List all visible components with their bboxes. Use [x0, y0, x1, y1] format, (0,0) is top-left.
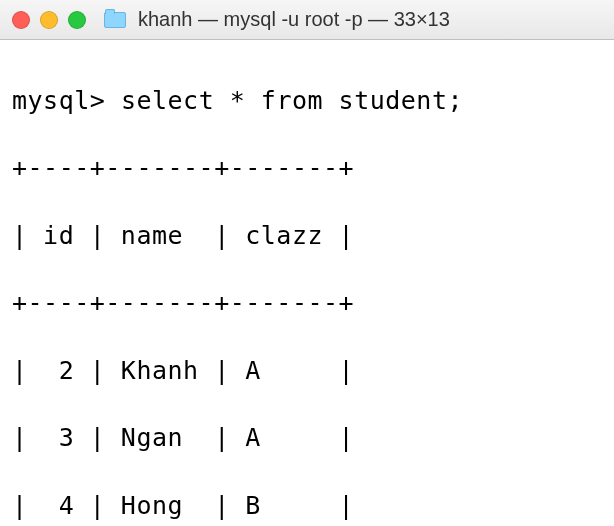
traffic-lights: [12, 11, 86, 29]
close-icon[interactable]: [12, 11, 30, 29]
sql-command: select * from student;: [121, 86, 463, 115]
terminal-output[interactable]: mysql> select * from student; +----+----…: [0, 40, 614, 526]
table-border: +----+-------+-------+: [12, 151, 602, 185]
minimize-icon[interactable]: [40, 11, 58, 29]
window-title: khanh — mysql -u root -p — 33×13: [138, 8, 602, 31]
table-row: | 4 | Hong | B |: [12, 489, 602, 523]
table-header: | id | name | clazz |: [12, 219, 602, 253]
maximize-icon[interactable]: [68, 11, 86, 29]
table-border: +----+-------+-------+: [12, 286, 602, 320]
table-row: | 3 | Ngan | A |: [12, 421, 602, 455]
title-bar: khanh — mysql -u root -p — 33×13: [0, 0, 614, 40]
prompt: mysql>: [12, 86, 105, 115]
folder-icon: [104, 12, 126, 28]
table-row: | 2 | Khanh | A |: [12, 354, 602, 388]
